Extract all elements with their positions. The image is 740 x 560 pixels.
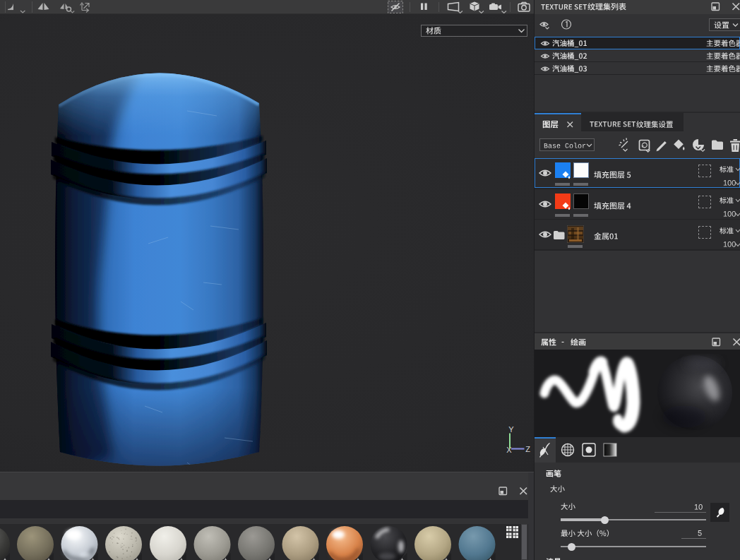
svg-text:Y: Y — [508, 425, 514, 434]
svg-text:Z: Z — [525, 445, 530, 453]
